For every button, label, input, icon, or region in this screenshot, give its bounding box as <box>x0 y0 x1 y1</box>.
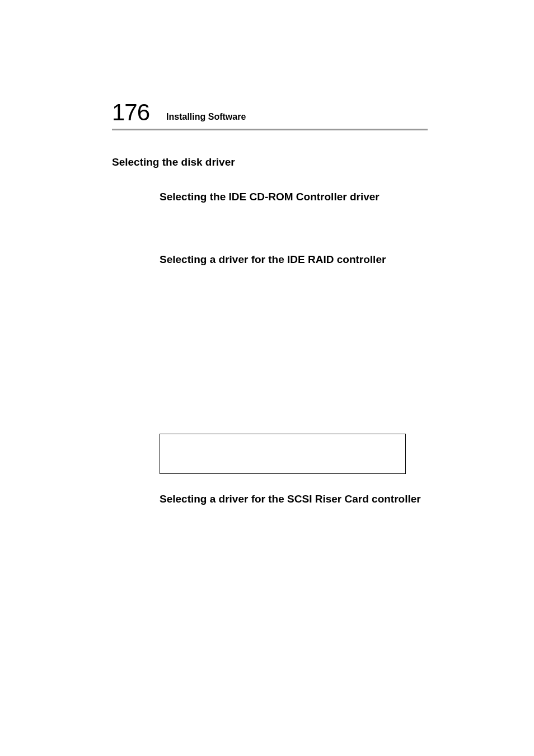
note-box <box>160 434 406 474</box>
subsection-heading-ide-raid: Selecting a driver for the IDE RAID cont… <box>160 253 428 266</box>
page-header: 176 Installing Software <box>112 101 428 130</box>
section-heading-disk-driver: Selecting the disk driver <box>112 156 428 168</box>
running-header: Installing Software <box>166 112 246 124</box>
subsection-heading-cdrom: Selecting the IDE CD-ROM Controller driv… <box>160 191 428 203</box>
page-container: 176 Installing Software Selecting the di… <box>0 0 534 505</box>
page-number: 176 <box>112 101 149 124</box>
subsection-heading-scsi-riser: Selecting a driver for the SCSI Riser Ca… <box>160 493 428 505</box>
